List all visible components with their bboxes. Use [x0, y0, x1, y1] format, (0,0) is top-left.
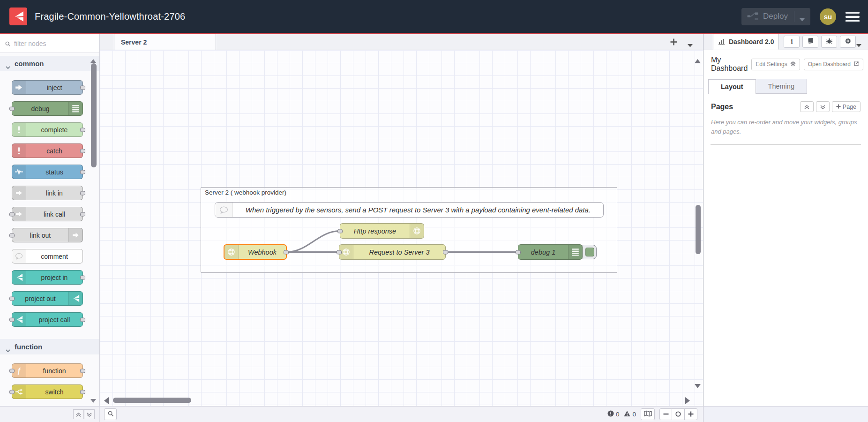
palette-category-function[interactable]: function	[0, 339, 99, 354]
palette-node-switch-node-body[interactable]: switch	[12, 384, 83, 399]
wire-webhook-to-http_response[interactable]	[287, 231, 340, 252]
flow-tab-server-2[interactable]: Server 2	[114, 34, 216, 50]
zoom-reset-button[interactable]	[672, 408, 685, 420]
palette-node-link-out-input-port[interactable]	[9, 233, 15, 237]
palette-node-inject[interactable]: inject	[12, 80, 83, 95]
palette-filter-input[interactable]	[14, 40, 80, 47]
palette-node-function-input-port[interactable]	[9, 369, 15, 373]
flow-canvas[interactable]: Server 2 ( webhook provider) When trigge…	[100, 50, 703, 406]
palette-node-status[interactable]: status	[12, 165, 83, 179]
palette-node-function[interactable]: ffunction	[12, 363, 83, 378]
palette-node-project-in-output-port[interactable]	[80, 275, 85, 279]
palette-node-complete-node-body[interactable]: complete	[12, 122, 83, 137]
flow-node-request-node-body[interactable]: Request to Server 3	[339, 244, 446, 260]
canvas-scroll-left-icon[interactable]	[104, 397, 109, 403]
flow-node-webhook[interactable]: Webhook	[224, 244, 287, 260]
palette-node-status-node-body[interactable]: status	[12, 165, 83, 179]
flow-node-http-response[interactable]: Http response	[340, 223, 424, 239]
comment-node[interactable]: When triggered by the sensors, send a PO…	[215, 202, 604, 218]
canvas-search-button[interactable]	[104, 408, 117, 420]
canvas-scroll-up-icon[interactable]	[695, 57, 701, 61]
palette-node-debug-node-body[interactable]: debug	[12, 101, 83, 116]
canvas-hscrollbar-thumb[interactable]	[113, 398, 191, 403]
palette-node-switch-input-port[interactable]	[9, 390, 15, 394]
palette-node-project-call-input-port[interactable]	[9, 317, 15, 322]
open-dashboard-button[interactable]: Open Dashboard	[804, 59, 863, 70]
palette-node-inject-node-body[interactable]: inject	[12, 80, 83, 95]
edit-settings-button[interactable]: Edit Settings	[751, 59, 800, 70]
flow-node-request[interactable]: Request to Server 3	[339, 244, 446, 260]
palette-node-project-out-input-port[interactable]	[9, 296, 15, 301]
palette-node-complete[interactable]: complete	[12, 122, 83, 137]
config-tab-button[interactable]	[840, 36, 856, 48]
palette-node-complete-output-port[interactable]	[80, 128, 85, 132]
palette-node-function-output-port[interactable]	[80, 369, 85, 373]
palette-node-inject-output-port[interactable]	[80, 85, 85, 90]
deploy-caret-icon[interactable]	[800, 15, 805, 18]
flow-node-request-input-port[interactable]	[337, 250, 342, 254]
collapse-all-button[interactable]	[800, 101, 814, 112]
palette-node-project-call-node-body[interactable]: project call	[12, 312, 83, 327]
palette-node-debug[interactable]: debug	[12, 101, 83, 116]
palette-node-project-call[interactable]: project call	[12, 312, 83, 327]
help-tab-button[interactable]	[802, 36, 818, 48]
palette-node-link-call-output-port[interactable]	[80, 212, 85, 216]
palette-node-project-in[interactable]: project in	[12, 270, 83, 285]
palette-expand-button[interactable]	[84, 409, 95, 419]
palette-scroll-up-icon[interactable]	[90, 56, 96, 60]
canvas-scroll-down-icon[interactable]	[695, 382, 701, 386]
flow-list-caret-icon[interactable]	[688, 41, 693, 44]
palette-node-catch-node-body[interactable]: catch	[12, 143, 83, 158]
palette-node-link-in-output-port[interactable]	[80, 191, 85, 195]
palette-node-project-in-node-body[interactable]: project in	[12, 270, 83, 285]
palette-node-project-call-output-port[interactable]	[80, 317, 85, 322]
expand-all-button[interactable]	[816, 101, 830, 112]
palette-search[interactable]	[0, 34, 99, 53]
info-tab-button[interactable]: i	[784, 36, 800, 48]
flow-node-http-response-node-body[interactable]: Http response	[340, 223, 424, 239]
palette-scrollbar-thumb[interactable]	[91, 63, 97, 167]
flow-node-webhook-output-port[interactable]	[284, 250, 289, 254]
palette-node-switch[interactable]: switch	[12, 384, 83, 399]
sidebar-caret-icon[interactable]	[856, 41, 861, 44]
canvas-scroll-right-icon[interactable]	[685, 397, 690, 403]
palette-node-project-out-node-body[interactable]: project out	[12, 291, 83, 306]
debug-tab-button[interactable]	[821, 36, 837, 48]
flow-node-request-output-port[interactable]	[443, 250, 448, 254]
deploy-button[interactable]: Deploy	[741, 8, 810, 25]
palette-node-link-call-node-body[interactable]: link call	[12, 207, 83, 221]
palette-category-common[interactable]: common	[0, 56, 99, 71]
flow-node-debug1-input-port[interactable]	[516, 250, 521, 254]
zoom-in-button[interactable]	[685, 408, 697, 420]
palette-scroll-down-icon[interactable]	[90, 396, 96, 400]
zoom-out-button[interactable]	[659, 408, 672, 420]
flow-node-webhook-node-body[interactable]: Webhook	[224, 244, 287, 260]
palette-node-link-out-node-body[interactable]: link out	[12, 228, 83, 242]
add-flow-icon[interactable]	[670, 38, 677, 45]
tab-layout[interactable]: Layout	[708, 79, 756, 94]
user-avatar[interactable]: su	[820, 8, 836, 25]
add-page-button[interactable]: Page	[832, 101, 861, 112]
palette-node-project-out[interactable]: project out	[12, 291, 83, 306]
palette-node-function-node-body[interactable]: ffunction	[12, 363, 83, 378]
palette-node-debug-input-port[interactable]	[9, 106, 15, 111]
palette-node-catch-output-port[interactable]	[80, 149, 85, 153]
flow-node-debug1-node-body[interactable]: debug 1	[518, 244, 583, 260]
palette-node-switch-output-port[interactable]	[80, 390, 85, 394]
tab-dashboard-2[interactable]: Dashboard 2.0	[713, 34, 779, 50]
warning-count[interactable]: 0	[624, 410, 636, 418]
palette-node-status-output-port[interactable]	[80, 170, 85, 174]
palette-node-catch[interactable]: catch	[12, 143, 83, 158]
palette-node-comment[interactable]: comment	[12, 249, 83, 264]
error-count[interactable]: 0	[607, 410, 620, 418]
palette-node-link-out[interactable]: link out	[12, 228, 83, 242]
flow-node-debug1[interactable]: debug 1	[518, 244, 583, 260]
palette-node-comment-node-body[interactable]: comment	[12, 249, 83, 264]
palette-node-link-call-input-port[interactable]	[9, 212, 15, 216]
tab-theming[interactable]: Theming	[756, 79, 807, 94]
navigator-button[interactable]	[641, 408, 655, 420]
main-menu-icon[interactable]	[846, 12, 860, 22]
palette-node-link-call[interactable]: link call	[12, 207, 83, 221]
palette-node-link-in-node-body[interactable]: link in	[12, 186, 83, 200]
palette-collapse-button[interactable]	[73, 409, 84, 419]
